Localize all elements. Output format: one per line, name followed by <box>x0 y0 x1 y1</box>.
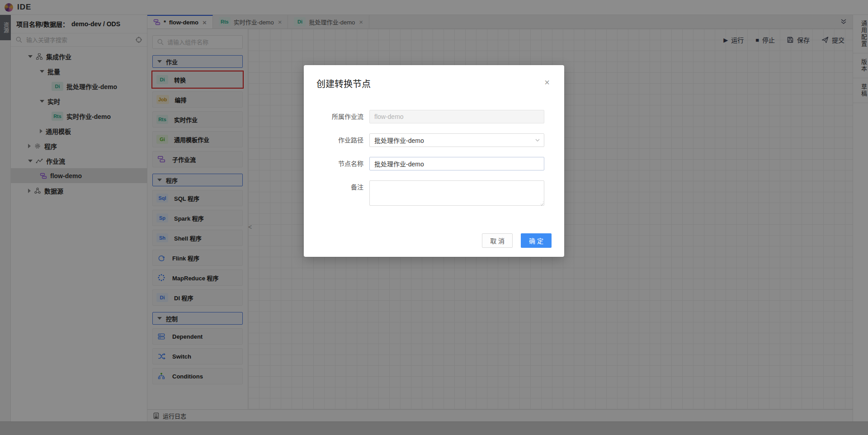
path-label: 作业路径 <box>304 133 369 147</box>
ide-window: IDE 资源 项目名称/数据层： demo-dev / ODS <box>0 0 868 435</box>
remark-textarea[interactable] <box>369 180 544 206</box>
modal-title: 创建转换节点 <box>316 77 371 90</box>
chevron-down-icon <box>535 137 540 143</box>
node-name-input[interactable] <box>369 157 544 170</box>
modal-header: 创建转换节点 × <box>304 65 564 90</box>
form-row-remark: 备注 <box>304 180 544 208</box>
form-row-flow: 所属作业流 <box>304 110 544 123</box>
path-select[interactable] <box>369 133 544 147</box>
form-row-path: 作业路径 <box>304 133 544 147</box>
modal-body: 所属作业流 作业路径 节点名称 备注 <box>304 90 564 208</box>
modal-footer: 取 消 确 定 <box>482 233 552 248</box>
remark-label: 备注 <box>304 180 369 194</box>
path-select-value[interactable] <box>369 133 544 147</box>
remark-wrap <box>369 180 544 208</box>
flow-label: 所属作业流 <box>304 110 369 123</box>
close-icon[interactable]: × <box>542 77 552 88</box>
form-row-name: 节点名称 <box>304 157 544 170</box>
flow-input <box>369 110 544 123</box>
name-label: 节点名称 <box>304 157 369 170</box>
create-transform-node-modal: 创建转换节点 × 所属作业流 作业路径 节点名称 <box>304 65 564 257</box>
ok-button[interactable]: 确 定 <box>521 233 552 248</box>
cancel-button[interactable]: 取 消 <box>482 233 513 248</box>
